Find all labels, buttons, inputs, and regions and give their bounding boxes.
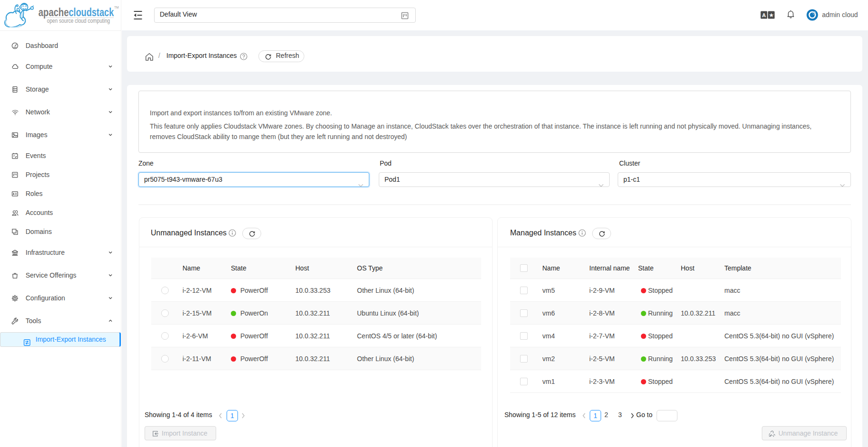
svg-text:cloudstack: cloudstack — [69, 6, 114, 19]
svg-text:apache: apache — [38, 6, 69, 19]
svg-text:★: ★ — [769, 12, 774, 19]
svg-text:open source cloud computing: open source cloud computing — [47, 17, 110, 24]
svg-text:A: A — [762, 12, 766, 18]
svg-text:TM: TM — [114, 6, 119, 9]
